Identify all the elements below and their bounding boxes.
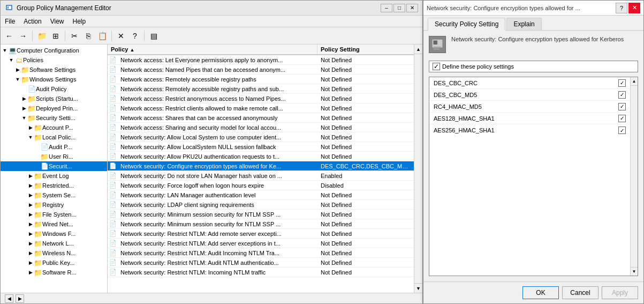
tree-item-account[interactable]: ▶ 📁 Account P... [1,123,107,132]
encryption-listbox[interactable]: DES_CBC_CRC ✓ DES_CBC_MD5 ✓ RC4_HMAC_MD5… [429,77,630,276]
table-row[interactable]: 📄 Network access: Restrict clients allow… [108,103,414,113]
table-row[interactable]: 📄 Network security: Force logoff when lo… [108,181,414,190]
table-row[interactable]: 📄 Network security: Restrict NTLM: Add r… [108,229,414,239]
table-row[interactable]: 📄 Network access: Restrict anonymous acc… [108,94,414,103]
tree-item-wired-net[interactable]: ▶ 📁 Wired Net... [1,219,107,229]
tree-arrow-policies[interactable]: ▼ [8,57,14,63]
menu-action[interactable]: Action [19,17,46,26]
table-row[interactable]: 📄 Network security: Restrict NTLM: Audit… [108,248,414,258]
delete-button[interactable]: ✕ [115,29,127,42]
tree-item-windows-f[interactable]: ▶ 📁 Windows F... [1,229,107,239]
tree-arrow-root[interactable]: ▼ [2,47,8,54]
main-scrollbar[interactable]: ▲ ▼ [414,45,422,293]
col-policy-header[interactable]: Policy ▲ [108,45,317,54]
tree-arrow-audit[interactable] [21,86,27,92]
col-setting-header[interactable]: Policy Setting [317,45,414,54]
tree-arrow-softwarer[interactable]: ▶ [27,269,34,276]
minimize-button[interactable]: – [381,4,392,12]
encryption-checkbox[interactable]: ✓ [618,127,626,134]
list-item[interactable]: DES_CBC_CRC ✓ [429,77,630,89]
tree-arrow-systemse[interactable]: ▶ [27,192,34,198]
list-item[interactable]: DES_CBC_MD5 ✓ [429,89,630,101]
content-rows[interactable]: 📄 Network access: Let Everyone permissio… [108,55,414,293]
list-item[interactable]: AES256_HMAC_SHA1 ✓ [429,124,630,136]
encryption-checkbox[interactable]: ✓ [618,79,626,87]
scroll-up-btn[interactable]: ▲ [414,45,422,54]
menu-file[interactable]: File [1,17,19,26]
scroll-down-btn[interactable]: ▼ [414,283,422,293]
tree-item-windows-settings[interactable]: ▼ 📁 Windows Settings [1,75,107,84]
table-row[interactable]: 📄 Network access: Sharing and security m… [108,123,414,132]
define-policy-checkbox[interactable]: ✓ [433,63,440,70]
tab-security-policy[interactable]: Security Policy Setting [428,18,505,31]
tree-arrow-event[interactable]: ▶ [27,173,34,179]
tree-item-deployed[interactable]: ▶ 📁 Deployed Prin... [1,103,107,113]
dialog-checkbox-row[interactable]: ✓ Define these policy settings [429,61,638,72]
tree-item-root[interactable]: ▼ 💻 Computer Configuration [1,46,107,55]
tree-item-audit-policy[interactable]: 📄 Audit Policy [1,84,107,94]
tree-item-public-key[interactable]: ▶ 📁 Public Key... [1,258,107,268]
tree-arrow-account[interactable]: ▶ [27,124,34,131]
listbox-scroll-up[interactable]: ▲ [631,77,638,86]
tree-arrow-registry[interactable]: ▶ [27,202,34,208]
back-button[interactable]: ← [3,29,16,42]
folder-button[interactable]: 📁 [35,29,48,42]
table-row[interactable]: 📄 Network security: Allow LocalSystem NU… [108,142,414,152]
tree-arrow-security[interactable]: ▼ [21,115,27,121]
dialog-help-button[interactable]: ? [616,3,627,13]
tree-item-audit-p[interactable]: 📄 Audit P... [1,142,107,152]
maximize-button[interactable]: □ [393,4,405,12]
tree-item-system-se[interactable]: ▶ 📁 System Se... [1,190,107,200]
table-row[interactable]: 📄 Network access: Let Everyone permissio… [108,55,414,65]
encryption-checkbox[interactable]: ✓ [618,103,626,110]
tree-arrow-windows[interactable]: ▼ [14,76,21,83]
tree-item-registry[interactable]: ▶ 📁 Registry [1,200,107,210]
table-row[interactable]: 📄 Network security: Allow Local System t… [108,132,414,142]
table-row[interactable]: 📄 Network access: Named Pipes that can b… [108,65,414,75]
table-row[interactable]: 📄 Network security: Restrict NTLM: Add s… [108,239,414,248]
tree-arrow-publickey[interactable]: ▶ [27,259,34,266]
scroll-right-btn[interactable]: ▶ [16,294,24,303]
tree-arrow-restricted[interactable]: ▶ [27,182,34,189]
tree-item-file-systen[interactable]: ▶ 📁 File Systen... [1,210,107,219]
grid-button[interactable]: ⊞ [49,29,62,42]
tree-panel[interactable]: ▼ 💻 Computer Configuration ▼ 🗂 Policies … [1,45,108,293]
table-row[interactable]: 📄 Network security: LAN Manager authenti… [108,190,414,200]
encryption-checkbox[interactable]: ✓ [618,115,626,122]
tree-arrow-windowsf[interactable]: ▶ [27,231,34,237]
table-row[interactable]: 📄 Network security: Restrict NTLM: Incom… [108,268,414,277]
tree-item-scripts[interactable]: ▶ 📁 Scripts (Startu... [1,94,107,103]
tree-arrow-scripts[interactable]: ▶ [21,95,27,102]
copy-button[interactable]: ⎘ [82,29,95,42]
table-row[interactable]: 📄 Network security: Restrict NTLM: Audit… [108,258,414,268]
forward-button[interactable]: → [17,29,29,42]
tree-arrow-deployed[interactable]: ▶ [21,105,27,112]
tree-arrow-local[interactable]: ▼ [27,134,34,140]
table-row[interactable]: 📄 Network security: Minimum session secu… [108,210,414,219]
paste-button[interactable]: 📋 [96,29,109,42]
ok-button[interactable]: OK [522,286,559,299]
tree-item-software-r[interactable]: ▶ 📁 Software R... [1,268,107,277]
dialog-close-button[interactable]: ✕ [628,3,640,13]
scroll-left-btn[interactable]: ◀ [5,294,13,303]
tree-item-security-sett[interactable]: ▼ 📁 Security Setti... [1,113,107,123]
tree-item-local-polic[interactable]: ▼ 📁 Local Polic... [1,132,107,142]
menu-view[interactable]: View [46,17,69,26]
tree-item-event-log[interactable]: ▶ 📁 Event Log [1,171,107,181]
tree-arrow-wirelessn[interactable]: ▶ [27,250,34,256]
tree-item-network-l[interactable]: ▶ 📁 Network L... [1,239,107,248]
table-row[interactable]: 📄 Network access: Remotely accessible re… [108,75,414,84]
menu-help[interactable]: Help [69,17,90,26]
encryption-checkbox[interactable]: ✓ [618,91,626,99]
list-item[interactable]: RC4_HMAC_MD5 ✓ [429,101,630,113]
tree-arrow-software[interactable]: ▶ [14,66,21,73]
table-row[interactable]: 📄 Network access: Remotely accessible re… [108,84,414,94]
cancel-button[interactable]: Cancel [562,286,598,299]
table-row[interactable]: 📄 Network security: Allow PKU2U authenti… [108,152,414,161]
cut-button[interactable]: ✂ [68,29,81,42]
tree-arrow-networkl[interactable]: ▶ [27,240,34,247]
tree-item-securit[interactable]: 📄 Securit... [1,161,107,171]
tree-item-restricted[interactable]: ▶ 📁 Restricted... [1,181,107,190]
close-button[interactable]: ✕ [406,4,418,12]
table-row[interactable]: 📄 Network security: Minimum session secu… [108,219,414,229]
